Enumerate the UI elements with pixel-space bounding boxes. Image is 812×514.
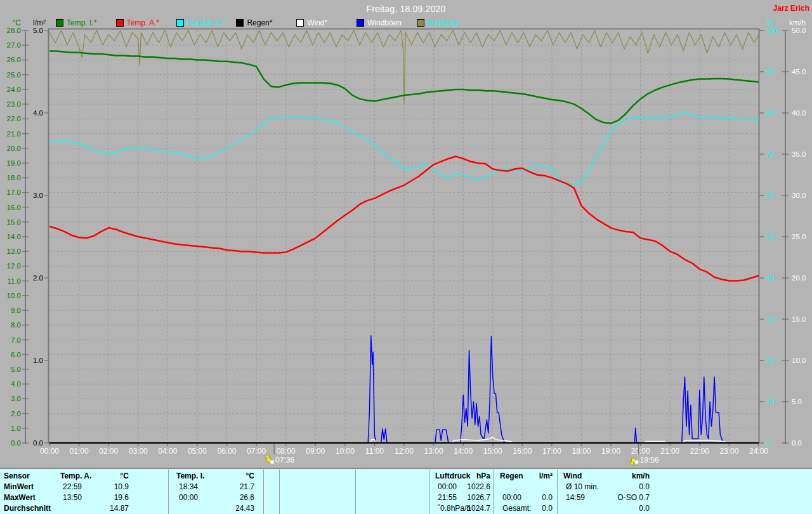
table-cell: 10.9 [72,482,129,491]
time-tick-label: 11:00 [365,447,384,456]
table-cell: °C [91,471,129,480]
svg-text:16.0: 16.0 [7,204,21,211]
svg-text:11.0: 11.0 [7,277,21,285]
svg-text:70: 70 [766,150,775,158]
time-tick-label: 18:00 [572,447,591,456]
svg-text:27.0: 27.0 [7,41,21,49]
sunset-cloud-icon [635,460,639,464]
svg-text:1.0: 1.0 [11,425,21,432]
svg-text:10.0: 10.0 [792,357,806,364]
svg-text:80: 80 [766,109,775,117]
table-cell: 26.6 [197,493,254,502]
svg-text:35.0: 35.0 [792,150,806,158]
svg-text:2.0: 2.0 [11,410,21,418]
svg-text:21.0: 21.0 [7,130,21,138]
statistics-bar: SensorMinWertMaxWertDurchschnittTemp. A.… [0,469,812,514]
series-empfang [49,30,759,105]
time-tick-label: 12:00 [395,447,414,456]
table-cell: MaxWert [4,493,36,502]
table-column-separator [429,470,430,514]
table-column-separator [168,470,169,514]
svg-text:0.0: 0.0 [792,439,802,447]
svg-text:10.0: 10.0 [7,292,21,300]
svg-text:5.0: 5.0 [11,366,21,373]
table-cell: 0.0 [593,504,650,513]
svg-text:40: 40 [766,274,775,282]
svg-text:4.0: 4.0 [11,380,21,388]
axis-unit-label: % [767,18,774,27]
svg-text:0.0: 0.0 [33,439,43,447]
svg-text:24.0: 24.0 [7,86,21,93]
svg-text:100: 100 [766,27,778,34]
svg-text:15.0: 15.0 [792,315,806,323]
axis-unit-label: km/h [789,18,806,27]
svg-text:9.0: 9.0 [11,306,21,314]
time-tick-label: 14:00 [454,447,473,456]
sunrise-sun-icon [265,454,271,462]
time-tick-label: 01:00 [70,447,89,456]
temp-ticks: 0.01.02.03.04.05.06.07.08.09.010.011.012… [7,27,29,447]
svg-text:30.0: 30.0 [792,192,806,199]
table-cell: Sensor [4,471,30,480]
time-tick-label: 23:00 [719,447,738,456]
svg-text:3.0: 3.0 [11,395,21,402]
svg-text:30: 30 [766,315,775,323]
axis-unit-label: l/m² [33,18,46,27]
weather-chart-svg: °Cl/m²%km/h0.01.02.03.04.05.06.07.08.09.… [0,0,812,469]
time-tick-label: 00:00 [40,447,59,456]
sunset-time-label: 19:56 [640,456,659,465]
time-tick-label: 13:00 [424,447,443,456]
svg-text:12.0: 12.0 [7,262,21,270]
time-tick-label: 21:00 [660,447,679,456]
table-column-separator [493,470,494,514]
table-cell: hPa [452,471,490,480]
table-cell: MinWert [4,482,34,491]
table-cell: Wind [563,471,582,480]
svg-text:20.0: 20.0 [792,274,806,282]
svg-text:20: 20 [766,357,775,364]
svg-text:50: 50 [766,233,775,241]
table-cell: 18:34 [179,482,198,491]
table-cell: 1022.6 [433,482,490,491]
svg-text:6.0: 6.0 [11,351,21,359]
svg-text:15.0: 15.0 [7,218,21,226]
time-tick-label: 07:00 [247,447,266,456]
table-cell: Temp. A. [60,471,91,480]
table-cell: 24.43 [197,504,254,513]
svg-text:8.0: 8.0 [11,321,21,329]
time-tick-label: 05:00 [188,447,207,456]
time-tick-label: 09:00 [306,447,325,456]
svg-text:7.0: 7.0 [11,336,21,344]
weather-app-window: { "header": { "title": "Freitag, 18.09.2… [0,0,812,514]
svg-text:22.0: 22.0 [7,115,21,122]
svg-text:5.0: 5.0 [33,27,43,34]
table-cell: 0.0 [593,482,650,491]
table-column-separator [263,470,264,514]
sunrise-time-label: 07:36 [275,456,294,465]
time-tick-label: 16:00 [513,447,532,456]
svg-text:0: 0 [766,439,770,447]
table-cell: 0.0 [495,493,553,502]
time-axis: 00:0001:0002:0003:0004:0005:0006:0007:00… [40,444,768,456]
table-cell: 1026.7 [433,493,490,502]
svg-text:0.0: 0.0 [11,439,21,447]
svg-text:13.0: 13.0 [7,247,21,255]
svg-text:25.0: 25.0 [792,233,806,241]
table-cell: 00:00 [179,493,198,502]
axis-unit-label: °C [13,18,22,27]
table-cell: °C [216,471,254,480]
table-cell: km/h [612,471,650,480]
time-tick-label: 15:00 [483,447,502,456]
svg-text:23.0: 23.0 [7,100,21,108]
table-cell: 1024.7 [433,504,490,513]
table-column-separator [355,470,356,514]
svg-text:20.0: 20.0 [7,145,21,152]
table-cell: Temp. I. [176,471,204,480]
svg-text:45.0: 45.0 [792,68,806,76]
svg-text:28.0: 28.0 [7,27,21,34]
svg-text:10: 10 [766,398,775,405]
svg-text:3.0: 3.0 [33,192,43,199]
table-column-separator [557,470,558,514]
table-cell: 0.0 [495,504,553,513]
time-tick-label: 02:00 [99,447,118,456]
